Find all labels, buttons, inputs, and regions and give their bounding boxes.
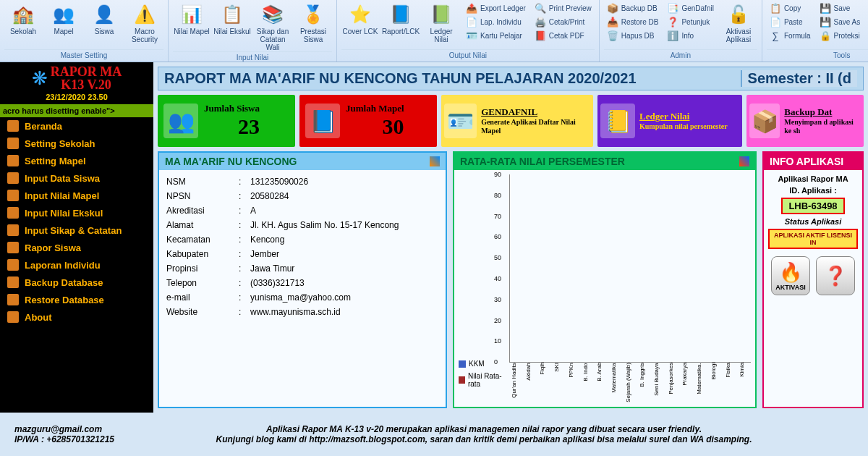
info-button[interactable]: ℹ️Info: [664, 29, 716, 42]
sidebar-item-5[interactable]: Input Nilai Ekskul: [0, 204, 153, 221]
macro-warning: acro harus disetting enable">: [0, 104, 153, 117]
sekolah-button[interactable]: 🏫Sekolah: [4, 1, 42, 49]
menu-icon: [7, 190, 19, 201]
restore-db-icon: 📥: [607, 16, 618, 28]
restore-db-button[interactable]: 📥Restore DB: [604, 15, 662, 28]
info-row: Kabupaten:Jember: [166, 247, 438, 261]
app-version: K13 V.20: [51, 78, 122, 91]
card-ledger[interactable]: 📒 Ledger NilaiKumpulan nilai persemester: [597, 95, 742, 147]
aktivasi-button[interactable]: 🔓Aktivasi Aplikasi: [720, 1, 757, 49]
stat-mapel[interactable]: 📘 Jumlah Mapel30: [299, 95, 437, 147]
export-ledger-button[interactable]: 📤Export Ledger: [463, 1, 529, 14]
ledger-nilai-button[interactable]: 📗Ledger Nilai: [422, 1, 460, 49]
page-title: RAPORT MA MA'ARIF NU KENCONG TAHUN PELAJ…: [164, 70, 637, 87]
app-id: LHB-63498: [781, 198, 844, 214]
formula-icon: ∑: [770, 30, 781, 41]
sidebar-item-1[interactable]: Setting Sekolah: [0, 135, 153, 152]
ledger-nilai-icon: 📗: [430, 3, 453, 26]
siswa-icon: 👤: [93, 3, 116, 26]
help-button[interactable]: ❓: [816, 256, 855, 295]
raport-lck-icon: 📘: [389, 3, 412, 26]
sidebar-item-3[interactable]: Input Data Siswa: [0, 169, 153, 187]
sidebar-item-0[interactable]: Beranda: [0, 117, 153, 135]
petunjuk-button[interactable]: ❓Petunjuk: [664, 15, 716, 28]
backup-icon: 📦: [749, 104, 780, 138]
save-button[interactable]: 💾Save: [817, 1, 864, 14]
nilai-ekskul-button[interactable]: 📋Nilai Ekskul: [213, 1, 251, 51]
cetak-pdf-icon: 📕: [535, 30, 546, 41]
save-as-button[interactable]: 💾Save As: [817, 15, 864, 28]
app-logo: ❋ RAPOR MA K13 V.20 23/12/2020 23.50: [0, 62, 153, 104]
nilai-mapel-button[interactable]: 📊Nilai Mapel: [173, 1, 210, 51]
sidebar-item-7[interactable]: Rapor Siswa: [0, 239, 153, 256]
card-gendafnil[interactable]: 🪪 GENDAFNILGenerate Aplikasi Daftar Nila…: [441, 95, 593, 147]
sikap-button[interactable]: 📚Sikap dan Catatan Wali: [254, 1, 292, 51]
id-card-icon: 🪪: [444, 104, 477, 138]
stat-siswa[interactable]: 👥 Jumlah Siswa23: [158, 95, 295, 147]
save-as-icon: 💾: [820, 16, 831, 28]
chart-legend: KKM Nilai Rata-rata: [459, 174, 509, 402]
formula-button[interactable]: ∑Formula: [767, 29, 814, 42]
lap-individu-button[interactable]: 📄Lap. Individu: [463, 15, 529, 28]
proteksi-button[interactable]: 🔒Proteksi: [817, 29, 864, 42]
cetak-print-icon: 🖨️: [535, 16, 546, 28]
menu-icon: [7, 311, 19, 323]
app-date: 23/12/2020 23.50: [3, 93, 150, 101]
sidebar: ❋ RAPOR MA K13 V.20 23/12/2020 23.50 acr…: [0, 62, 153, 413]
gendafnil-button[interactable]: 📑GenDafnil: [664, 1, 716, 14]
footer: mazguru@gmail.com IP/WA : +6285701321215…: [0, 413, 868, 456]
sidebar-item-4[interactable]: Input Nilai Mapel: [0, 187, 153, 204]
copy-button[interactable]: 📋Copy: [767, 1, 814, 14]
sidebar-item-11[interactable]: About: [0, 308, 153, 326]
siswa-button[interactable]: 👤Siswa: [85, 1, 123, 49]
hapus-db-button[interactable]: 🗑️Hapus DB: [604, 29, 662, 42]
ribbon: 🏫Sekolah👥Mapel👤Siswa⚠️Macro SecurityMast…: [0, 0, 868, 62]
prestasi-button[interactable]: 🏅Prestasi Siswa: [294, 1, 332, 51]
menu-icon: [7, 172, 19, 184]
prestasi-icon: 🏅: [302, 3, 325, 26]
menu-icon: [7, 242, 19, 253]
sidebar-item-2[interactable]: Setting Mapel: [0, 152, 153, 169]
help-icon: ❓: [824, 265, 847, 287]
print-preview-button[interactable]: 🔍Print Preview: [532, 1, 595, 14]
sekolah-icon: 🏫: [12, 3, 35, 26]
copy-icon: 📋: [770, 2, 781, 14]
cetak-print-button[interactable]: 🖨️Cetak/Print: [532, 15, 595, 28]
menu-icon: [7, 155, 19, 166]
app-status: APLIKASI AKTIF LISENSI IN: [768, 229, 858, 249]
semester-label: Semester : II (d: [741, 70, 857, 87]
paste-button[interactable]: 📄Paste: [767, 15, 814, 28]
info-row: NSM:131235090026: [166, 174, 438, 189]
aktivasi-button[interactable]: 🔥AKTIVASI: [771, 256, 810, 295]
info-row: Alamat:Jl. KH. Agus Salim No. 15-17 Kenc…: [166, 218, 438, 232]
kartu-pelajar-button[interactable]: 🪪Kartu Pelajar: [463, 29, 529, 42]
raport-lck-button[interactable]: 📘Raport/LCK: [382, 1, 420, 49]
sidebar-item-10[interactable]: Restore Database: [0, 291, 153, 308]
petunjuk-icon: ❓: [667, 16, 678, 28]
card-backup[interactable]: 📦 Backup DatMenyimpan d aplikasi ke sh: [746, 95, 864, 147]
sidebar-item-8[interactable]: Laporan Individu: [0, 256, 153, 274]
info-row: Akreditasi:A: [166, 203, 438, 218]
nilai-mapel-icon: 📊: [180, 3, 203, 26]
panel-icon: [430, 156, 440, 166]
mapel-button[interactable]: 👥Mapel: [45, 1, 82, 49]
notebook-icon: 📒: [600, 104, 635, 138]
panel-info-aplikasi: INFO APLIKASI Aplikasi Rapor MA ID. Apli…: [762, 151, 864, 408]
hapus-db-icon: 🗑️: [607, 30, 618, 41]
cetak-pdf-button[interactable]: 📕Cetak PDF: [532, 29, 595, 42]
sidebar-item-9[interactable]: Backup Database: [0, 274, 153, 291]
macro-button[interactable]: ⚠️Macro Security: [126, 1, 163, 49]
logo-icon: ❋: [32, 67, 48, 90]
macro-icon: ⚠️: [133, 3, 156, 26]
menu-icon: [7, 259, 19, 271]
sidebar-item-6[interactable]: Input Sikap & Catatan: [0, 221, 153, 239]
kartu-pelajar-icon: 🪪: [466, 30, 477, 41]
info-row: Kecamatan:Kencong: [166, 232, 438, 247]
menu-icon: [7, 120, 19, 132]
info-row: Website:www.mayunisma.sch.id: [166, 305, 438, 319]
fire-icon: 🔥: [779, 261, 802, 284]
cover-lck-button[interactable]: ⭐Cover LCK: [341, 1, 379, 49]
backup-db-button[interactable]: 📦Backup DB: [604, 1, 662, 14]
panel-chart: RATA-RATA NILAI PERSEMESTER KKM Nilai Ra…: [453, 151, 757, 408]
menu-icon: [7, 224, 19, 236]
